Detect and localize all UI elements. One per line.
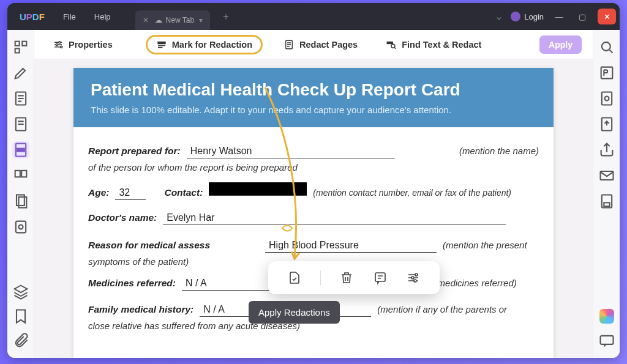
svg-point-15: [61, 46, 62, 48]
maximize-button[interactable]: ▢: [571, 3, 594, 30]
svg-rect-6: [17, 149, 24, 152]
svg-point-19: [391, 44, 395, 48]
label-doctor: Doctor's name:: [88, 212, 157, 223]
tab-label: New Tab: [166, 16, 194, 24]
sidebar-right: [593, 30, 620, 358]
close-button[interactable]: ✕: [598, 9, 616, 24]
login-button[interactable]: Login: [511, 12, 544, 21]
hint-family: (mention if any of the parents or: [377, 304, 507, 314]
redacted-contact[interactable]: [209, 182, 307, 196]
doc-header: Patient Medical Health Check Up Report C…: [73, 68, 554, 127]
svg-rect-16: [158, 42, 165, 43]
redact-icon[interactable]: [12, 141, 29, 158]
value-doctor[interactable]: Evelyn Har: [163, 211, 506, 225]
page-icon[interactable]: [12, 116, 29, 133]
subhint-prepared-for: of the person for whom the report is bei…: [88, 162, 539, 173]
dropdown-caret-icon[interactable]: ⌵: [487, 3, 511, 30]
svg-rect-11: [15, 221, 25, 233]
svg-rect-20: [375, 273, 385, 281]
menu-help[interactable]: Help: [94, 12, 111, 21]
share-icon[interactable]: [598, 141, 615, 158]
svg-rect-8: [21, 171, 26, 177]
apply-redaction-icon[interactable]: [287, 270, 302, 285]
label-medicines: Medicines referred:: [88, 278, 176, 289]
title-bar-right: ⌵ Login — ▢ ✕: [487, 3, 620, 30]
find-label: Find Text & Redact: [402, 40, 481, 50]
redaction-popup: [268, 261, 440, 294]
print-icon[interactable]: [598, 193, 615, 210]
sidebar-left: [7, 30, 34, 358]
cloud-icon: ☁: [155, 16, 162, 24]
mark-for-redaction-button[interactable]: Mark for Redaction: [146, 35, 263, 54]
pages-icon[interactable]: [12, 193, 29, 210]
new-tab-button[interactable]: ＋: [221, 10, 231, 23]
doc-subtitle: This slide is 100% editable. Adapt it to…: [91, 105, 536, 115]
ai-icon[interactable]: [598, 308, 615, 325]
app-window: UPDF File Help ✕ ☁ New Tab ▾ ＋ ⌵ Login —…: [7, 3, 620, 358]
svg-rect-2: [15, 48, 19, 53]
settings-sliders-icon[interactable]: [406, 270, 421, 285]
redaction-toolbar: Properties Mark for Redaction Redact Pag…: [34, 30, 593, 59]
label-age: Age:: [88, 187, 109, 198]
properties-label: Properties: [69, 40, 113, 50]
login-label: Login: [524, 12, 544, 21]
doc-title: Patient Medical Health Check Up Report C…: [91, 80, 536, 100]
svg-point-14: [56, 43, 58, 45]
avatar-icon: [511, 12, 520, 21]
svg-rect-18: [387, 42, 392, 43]
value-prepared-for[interactable]: Henry Watson: [187, 144, 395, 158]
export-icon[interactable]: [598, 116, 615, 133]
trash-icon[interactable]: [339, 270, 354, 285]
value-age[interactable]: 32: [115, 186, 146, 200]
redact-pages-button[interactable]: Redact Pages: [276, 35, 365, 54]
tab-close-icon[interactable]: ✕: [143, 16, 149, 24]
tab-new[interactable]: ✕ ☁ New Tab ▾: [135, 10, 210, 30]
tooltip-apply-redactions: Apply Redactions: [249, 301, 340, 324]
apply-button[interactable]: Apply: [539, 35, 582, 54]
svg-rect-7: [15, 171, 20, 177]
layers-icon[interactable]: [12, 283, 29, 300]
svg-rect-32: [600, 336, 613, 344]
thumbnail-icon[interactable]: [12, 39, 29, 56]
tab-bar: ✕ ☁ New Tab ▾ ＋: [135, 3, 231, 30]
menu-file[interactable]: File: [63, 12, 76, 21]
label-reason: Reason for medical assess: [88, 240, 210, 251]
app-logo: UPDF: [20, 12, 45, 22]
main-area: Properties Mark for Redaction Redact Pag…: [34, 30, 593, 358]
crop-icon[interactable]: [598, 90, 615, 107]
title-bar: UPDF File Help ✕ ☁ New Tab ▾ ＋ ⌵ Login —…: [7, 3, 620, 30]
value-reason[interactable]: High Blood Pressure: [265, 239, 437, 253]
label-contact: Contact:: [164, 187, 203, 198]
svg-point-27: [604, 97, 609, 101]
tools-icon[interactable]: [12, 218, 29, 236]
find-redact-button[interactable]: Find Text & Redact: [378, 35, 489, 54]
organize-icon[interactable]: [12, 167, 29, 184]
bookmark-icon[interactable]: [12, 308, 29, 325]
svg-rect-0: [15, 42, 19, 46]
ocr-icon[interactable]: [598, 64, 615, 81]
document-area[interactable]: Patient Medical Health Check Up Report C…: [34, 59, 593, 358]
svg-point-21: [415, 273, 418, 276]
svg-rect-31: [604, 202, 609, 206]
search-box-icon: [386, 39, 397, 50]
hint-reason: (mention the present: [443, 240, 527, 250]
svg-rect-26: [601, 92, 611, 105]
edit-page-icon[interactable]: [12, 90, 29, 107]
properties-button[interactable]: Properties: [45, 35, 120, 54]
search-icon[interactable]: [598, 39, 615, 56]
mark-icon: [156, 39, 167, 50]
mail-icon[interactable]: [598, 167, 615, 184]
sliders-icon: [53, 39, 64, 50]
popup-divider: [320, 270, 321, 285]
label-prepared-for: Report prepared for:: [88, 146, 181, 157]
svg-point-13: [59, 41, 61, 43]
chat-icon[interactable]: [598, 332, 615, 349]
tab-dropdown-icon[interactable]: ▾: [199, 16, 203, 24]
hint-contact: (mention contact number, email or fax of…: [313, 188, 511, 198]
redact-pages-label: Redact Pages: [299, 40, 358, 50]
pen-icon[interactable]: [12, 64, 29, 81]
mark-label: Mark for Redaction: [172, 40, 252, 50]
attachment-icon[interactable]: [12, 332, 29, 349]
minimize-button[interactable]: —: [547, 3, 571, 30]
note-icon[interactable]: [373, 270, 388, 285]
